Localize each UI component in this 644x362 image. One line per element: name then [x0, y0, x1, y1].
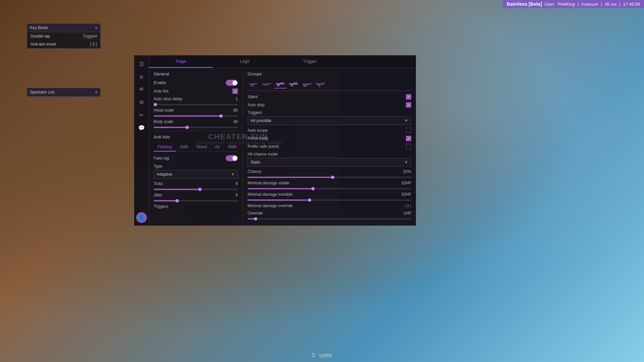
jitter-slider[interactable]: [154, 200, 238, 201]
weapon-icon-shotgun[interactable]: [301, 80, 313, 88]
autoscope-checkbox[interactable]: [406, 128, 411, 133]
ticks-value: 9: [235, 181, 238, 186]
chance-container: Chance 52%: [248, 169, 411, 178]
svg-rect-37: [322, 83, 325, 84]
enable-toggle[interactable]: [226, 80, 238, 86]
sep1: |: [578, 2, 579, 7]
svg-rect-22: [255, 83, 257, 84]
anti-aim-tab-stand[interactable]: Stand: [192, 143, 211, 152]
min-dmg-inv-row: Minimal damage invisible 32HP: [248, 192, 411, 197]
prefer-safe-checkbox[interactable]: [406, 144, 411, 149]
fakelag-row: Fake lag: [154, 155, 238, 161]
triggers-dropdown[interactable]: Hit possible ▼: [248, 116, 411, 125]
silent-checkbox[interactable]: ✓: [406, 94, 411, 100]
weapon-icon-revolver[interactable]: [261, 80, 273, 88]
head-scale-slider[interactable]: [154, 115, 238, 117]
silent-label: Silent: [248, 95, 258, 99]
top-bar: Baimless [Beta] User: PinkKing | Insecur…: [503, 0, 644, 8]
anti-aim-title: Anti-Aim: [154, 134, 238, 139]
head-scale-row: Head scale 80: [154, 108, 238, 113]
username: PinkKing: [558, 2, 575, 7]
fakelag-toggle[interactable]: [226, 155, 238, 161]
type-dropdown-arrow-icon: ▼: [231, 172, 235, 177]
override-slider[interactable]: [248, 218, 411, 220]
ping: 36 ms: [605, 2, 616, 7]
keybind-value-doubletap: Toggled: [83, 34, 97, 39]
sidebar-settings-icon[interactable]: ⚙: [136, 96, 148, 108]
chance-row: Chance 52%: [248, 169, 411, 174]
override-row: Override 1HP: [248, 211, 411, 216]
body-scale-value: 40: [233, 119, 238, 124]
head-scale-container: Head scale 80: [154, 108, 238, 117]
spectator-title: Spectator List: [30, 90, 54, 95]
fakelag-label: Fake lag: [154, 156, 169, 161]
sidebar-config-icon[interactable]: ✏: [136, 109, 148, 121]
cheat-menu: ☰ ⊕ 👁 ⚙ ✏ 💬 👤 Rage Legit Trigger General…: [134, 55, 416, 226]
autoscope-row: Auto scope: [248, 128, 411, 133]
spectator-title-bar: Spectator List ×: [27, 88, 100, 97]
type-dropdown[interactable]: Adaptive ▼: [154, 170, 238, 179]
triggers-label: Triggers: [154, 204, 238, 209]
sidebar-menu-icon[interactable]: ☰: [136, 58, 148, 70]
sidebar-aim-icon[interactable]: ⊕: [136, 71, 148, 83]
weapon-icons-row: [248, 80, 411, 91]
head-scale-value: 80: [233, 108, 238, 113]
anti-aim-tab-air[interactable]: Air: [211, 143, 224, 152]
prefer-safe-row: Prefer safe points: [248, 144, 411, 149]
user-avatar[interactable]: 👤: [136, 212, 147, 223]
min-dmg-inv-container: Minimal damage invisible 32HP: [248, 192, 411, 201]
tab-legit[interactable]: Legit: [213, 55, 276, 68]
override-container: Override 1HP: [248, 211, 411, 220]
sidebar-visuals-icon[interactable]: 👁: [136, 83, 148, 96]
hit-chance-mode-value: Static: [251, 160, 261, 165]
sidebar-chat-icon[interactable]: 💬: [136, 122, 148, 134]
tab-rage[interactable]: Rage: [149, 55, 213, 68]
min-dmg-vis-slider[interactable]: [248, 188, 411, 189]
svg-rect-36: [318, 85, 320, 87]
anti-aim-tab-fakelag[interactable]: Fakelag: [154, 143, 176, 152]
spectator-close-button[interactable]: ×: [95, 89, 98, 95]
prefer-body-row: Prefer body ✓: [248, 136, 411, 141]
weapon-icon-pistol[interactable]: [248, 80, 260, 88]
autofire-checkbox[interactable]: ✓: [232, 88, 238, 94]
chance-slider[interactable]: [248, 177, 411, 178]
tab-trigger[interactable]: Trigger: [276, 55, 343, 68]
right-section: Groups: [243, 68, 416, 226]
prefer-safe-label: Prefer safe points: [248, 144, 279, 149]
override-label: Override: [248, 211, 263, 216]
triggers-dropdown-arrow-icon: ▼: [404, 118, 408, 123]
weapon-icon-rifle[interactable]: [274, 80, 286, 88]
keybinds-close-button[interactable]: ×: [95, 25, 98, 31]
jitter-value: 6: [235, 193, 238, 197]
time: 17:45:58: [623, 2, 640, 7]
ticks-slider[interactable]: [154, 189, 238, 190]
jitter-container: Jitter 6: [154, 193, 238, 201]
weapon-icon-smg[interactable]: [315, 80, 327, 88]
head-scale-label: Head scale: [154, 108, 174, 113]
body-scale-slider[interactable]: [154, 127, 238, 128]
min-dmg-override-badge: [ 8 ]: [405, 204, 411, 208]
weapon-icon-purple-rifle[interactable]: [288, 80, 300, 88]
prefer-body-checkbox[interactable]: ✓: [406, 136, 411, 141]
bottom-count: 0: [312, 352, 315, 359]
min-dmg-vis-value: 32HP: [401, 181, 411, 185]
left-section: General Enable Auto fire ✓ Auto zeus del…: [149, 68, 243, 226]
hit-chance-mode-dropdown[interactable]: Static ▼: [248, 158, 411, 167]
auto-zeus-container: Auto zeus delay 1: [154, 97, 238, 105]
keybind-label-doubletap: Double tap: [31, 34, 50, 39]
min-dmg-vis-container: Minimal damage visible 32HP: [248, 181, 411, 189]
override-value: 1HP: [404, 211, 411, 216]
svg-rect-20: [249, 83, 255, 85]
type-value: Adaptive: [157, 172, 172, 177]
auto-zeus-slider[interactable]: [154, 104, 238, 105]
keybinds-title-bar: Key Binds ×: [27, 24, 100, 32]
autostop-checkbox[interactable]: ✓: [406, 102, 411, 108]
svg-rect-31: [294, 82, 298, 83]
min-dmg-inv-slider[interactable]: [248, 199, 411, 201]
body-scale-label: Body scale: [154, 119, 173, 124]
anti-aim-tab-safe[interactable]: Safe: [176, 143, 193, 152]
anti-aim-tab-walk[interactable]: Walk: [224, 143, 240, 152]
triggers-group-label: Triggers: [248, 110, 262, 115]
svg-rect-28: [280, 82, 284, 83]
keybind-row-antiaiminvert: Anti-aim invert [ 0 ]: [27, 40, 100, 48]
